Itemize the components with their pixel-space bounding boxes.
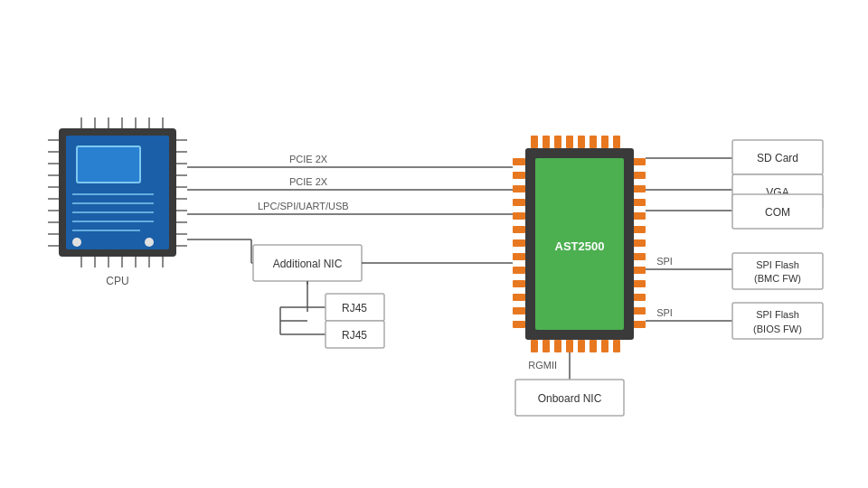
svg-point-42 [72,238,81,247]
svg-rect-75 [633,185,646,192]
svg-rect-81 [633,267,646,274]
svg-rect-44 [531,136,538,148]
svg-rect-36 [77,146,140,183]
svg-rect-71 [513,307,525,314]
svg-rect-49 [590,136,597,148]
spi-flash-bios-label: SPI Flash [756,309,799,320]
svg-rect-83 [633,294,646,301]
spi-bmc-label: SPI [656,256,673,267]
svg-rect-72 [513,321,525,328]
lpc-label: LPC/SPI/UART/USB [258,201,349,211]
com-label: COM [765,206,790,219]
ast-chip: AST2500 [513,136,646,352]
svg-point-43 [145,238,154,247]
svg-rect-84 [633,307,646,314]
svg-rect-45 [542,136,550,148]
svg-rect-66 [513,239,525,247]
pcie-label-2: PCIE 2X [289,176,328,187]
svg-rect-70 [513,294,525,301]
svg-rect-48 [578,136,585,148]
svg-rect-46 [554,136,561,148]
sd-card-label: SD Card [757,152,798,164]
pcie-label-1: PCIE 2X [289,154,328,164]
svg-rect-68 [513,267,525,274]
svg-rect-56 [578,340,585,352]
svg-rect-65 [513,226,525,233]
spi-flash-bios-sub: (BIOS FW) [753,324,802,334]
spi-flash-bmc-box [732,253,823,289]
svg-rect-53 [542,340,550,352]
svg-rect-74 [633,172,646,179]
svg-rect-50 [601,136,609,148]
svg-rect-59 [613,340,620,352]
svg-rect-78 [633,226,646,233]
svg-rect-58 [601,340,609,352]
spi-flash-bmc-label: SPI Flash [756,259,799,270]
svg-rect-67 [513,253,525,260]
svg-rect-80 [633,253,646,260]
svg-rect-73 [633,158,646,165]
svg-rect-79 [633,239,646,247]
svg-rect-85 [633,321,646,328]
rj45-label-2: RJ45 [342,329,367,342]
ast-chip-label: AST2500 [555,239,605,253]
spi-bios-label: SPI [656,307,673,318]
cpu-chip [48,117,187,267]
svg-rect-61 [513,172,525,179]
svg-rect-62 [513,185,525,192]
svg-rect-77 [633,212,646,220]
onboard-nic-label: Onboard NIC [538,392,602,405]
svg-rect-51 [613,136,620,148]
svg-rect-47 [566,136,573,148]
architecture-diagram: CPU [0,0,868,488]
svg-rect-69 [513,280,525,287]
rj45-label-1: RJ45 [342,302,367,314]
additional-nic-label: Additional NIC [273,258,343,270]
rgmii-label: RGMII [528,360,557,371]
svg-rect-57 [590,340,597,352]
spi-flash-bmc-sub: (BMC FW) [754,273,801,284]
svg-rect-52 [531,340,538,352]
svg-rect-76 [633,199,646,206]
svg-rect-54 [554,340,561,352]
svg-rect-82 [633,280,646,287]
svg-rect-60 [513,158,525,165]
cpu-label: CPU [106,275,128,287]
svg-rect-63 [513,199,525,206]
svg-rect-55 [566,340,573,352]
svg-rect-64 [513,212,525,220]
